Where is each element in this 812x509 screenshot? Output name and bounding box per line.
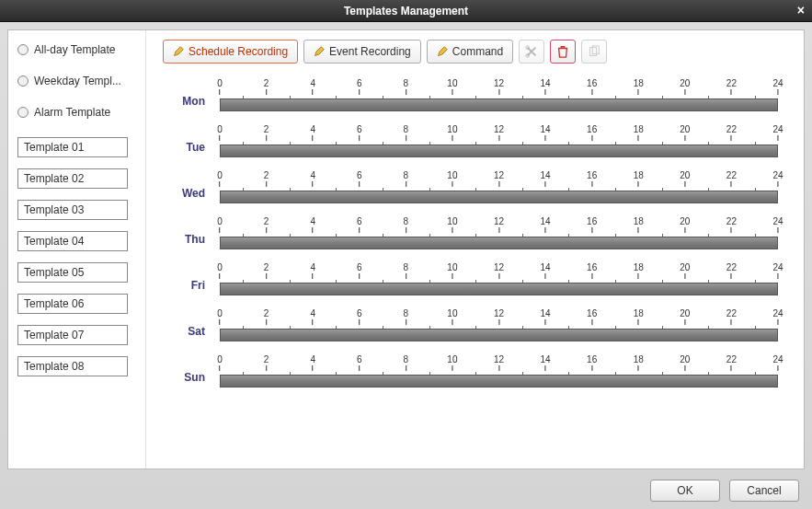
hour-tick: 24 xyxy=(772,170,783,187)
hour-tick: 16 xyxy=(587,78,597,95)
hour-label: 10 xyxy=(447,354,457,364)
hour-label: 2 xyxy=(264,124,269,134)
timeline-bar[interactable] xyxy=(220,191,778,203)
hour-label: 10 xyxy=(447,308,457,318)
hour-tick: 2 xyxy=(264,78,269,95)
hour-tick: 22 xyxy=(726,308,737,325)
timeline: 024681012141618202224 xyxy=(220,266,778,295)
minor-ticks xyxy=(220,371,778,375)
hour-label: 6 xyxy=(357,124,362,134)
hour-label: 2 xyxy=(264,78,269,88)
template-06-input[interactable] xyxy=(17,294,128,314)
hour-tick: 8 xyxy=(404,170,409,187)
template-02-input[interactable] xyxy=(17,168,128,189)
hour-label: 12 xyxy=(494,354,504,364)
timeline-bar[interactable] xyxy=(220,98,778,111)
day-row: Fri024681012141618202224 xyxy=(163,266,778,295)
hour-label: 22 xyxy=(726,308,737,318)
template-07-input[interactable] xyxy=(17,325,128,345)
timeline-bar[interactable] xyxy=(220,375,778,388)
radio-icon xyxy=(17,107,29,118)
hour-label: 8 xyxy=(404,262,409,272)
toolbar: Schedule Recording Event Recording Comma… xyxy=(163,40,787,64)
hour-tick: 4 xyxy=(310,124,315,141)
hour-label: 16 xyxy=(587,170,597,180)
hour-ticks: 024681012141618202224 xyxy=(220,358,778,371)
hour-label: 20 xyxy=(680,124,690,134)
hour-label: 24 xyxy=(772,308,783,318)
command-button[interactable]: Command xyxy=(427,40,513,64)
cut-button[interactable] xyxy=(519,40,544,64)
schedule-recording-button[interactable]: Schedule Recording xyxy=(163,40,298,64)
cancel-button[interactable]: Cancel xyxy=(729,480,799,502)
hour-label: 16 xyxy=(587,354,597,364)
hour-tick: 4 xyxy=(310,354,315,371)
day-row: Tue024681012141618202224 xyxy=(163,128,778,157)
scissors-icon xyxy=(525,45,538,58)
hour-label: 24 xyxy=(772,262,783,272)
hour-tick: 8 xyxy=(404,216,409,233)
radio-weekday-template[interactable]: Weekday Templ... xyxy=(17,75,136,87)
day-row: Sat024681012141618202224 xyxy=(163,312,778,341)
copy-button[interactable] xyxy=(581,40,607,64)
button-label: Command xyxy=(452,45,503,58)
hour-label: 10 xyxy=(447,262,457,272)
hour-label: 0 xyxy=(217,354,223,364)
radio-alarm-template[interactable]: Alarm Template xyxy=(17,106,136,119)
hour-label: 20 xyxy=(680,216,690,226)
template-05-input[interactable] xyxy=(17,262,128,283)
hour-label: 12 xyxy=(494,170,504,180)
hour-label: 2 xyxy=(264,170,269,180)
hour-tick: 4 xyxy=(310,216,315,233)
template-04-input[interactable] xyxy=(17,231,128,251)
timeline: 024681012141618202224 xyxy=(220,174,778,203)
hour-tick: 6 xyxy=(357,308,362,325)
event-recording-button[interactable]: Event Recording xyxy=(303,40,421,64)
radio-icon xyxy=(17,75,29,87)
hour-tick: 14 xyxy=(541,308,551,325)
template-03-input[interactable] xyxy=(17,200,128,220)
pencil-icon xyxy=(437,46,448,57)
hour-tick: 22 xyxy=(726,170,737,187)
timeline-bar[interactable] xyxy=(220,237,778,249)
hour-label: 24 xyxy=(772,78,783,88)
ok-button[interactable]: OK xyxy=(650,480,720,502)
hour-label: 22 xyxy=(726,124,737,134)
hour-tick: 6 xyxy=(357,124,362,141)
hour-tick: 10 xyxy=(447,308,457,325)
hour-label: 18 xyxy=(634,262,644,272)
hour-tick: 0 xyxy=(217,308,223,325)
hour-tick: 16 xyxy=(587,262,597,279)
hour-label: 14 xyxy=(541,354,551,364)
hour-label: 8 xyxy=(404,308,409,318)
timeline-bar[interactable] xyxy=(220,283,778,295)
hour-label: 18 xyxy=(634,354,644,364)
close-icon[interactable]: × xyxy=(797,3,805,17)
radio-allday-template[interactable]: All-day Template xyxy=(17,43,136,56)
hour-tick: 24 xyxy=(772,354,783,371)
hour-label: 2 xyxy=(264,308,269,318)
hour-tick: 20 xyxy=(680,78,690,95)
hour-tick: 4 xyxy=(310,170,315,187)
hour-label: 6 xyxy=(357,78,362,88)
template-01-input[interactable] xyxy=(17,137,128,157)
hour-tick: 18 xyxy=(634,124,644,141)
hour-tick: 14 xyxy=(541,354,551,371)
timeline: 024681012141618202224 xyxy=(220,220,778,249)
hour-tick: 6 xyxy=(357,354,362,371)
hour-label: 0 xyxy=(217,216,223,226)
hour-ticks: 024681012141618202224 xyxy=(220,82,778,95)
hour-tick: 12 xyxy=(494,262,504,279)
hour-tick: 4 xyxy=(310,308,315,325)
timeline-bar[interactable] xyxy=(220,329,778,341)
day-label: Tue xyxy=(163,141,220,157)
template-08-input[interactable] xyxy=(17,356,128,376)
delete-button[interactable] xyxy=(550,40,576,64)
main-area: Schedule Recording Event Recording Comma… xyxy=(146,30,804,469)
hour-label: 4 xyxy=(310,78,315,88)
hour-tick: 18 xyxy=(634,216,644,233)
hour-tick: 14 xyxy=(541,262,551,279)
timeline: 024681012141618202224 xyxy=(220,128,778,157)
timeline-bar[interactable] xyxy=(220,145,778,157)
hour-label: 22 xyxy=(726,78,737,88)
